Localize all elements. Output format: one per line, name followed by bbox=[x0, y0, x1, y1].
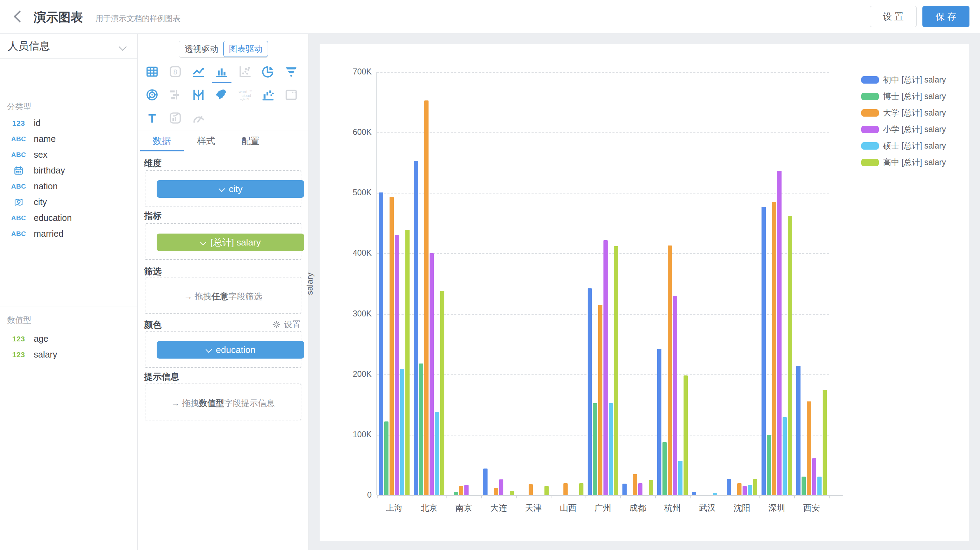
tab-data[interactable]: 数据 bbox=[142, 131, 182, 151]
field-item-city[interactable]: city bbox=[0, 194, 137, 210]
y-tick-label: 200K bbox=[329, 369, 372, 379]
text-field-icon: ABC bbox=[8, 183, 29, 190]
x-category-label: 深圳 bbox=[759, 502, 794, 513]
section-label-category: 分类型 bbox=[7, 101, 31, 112]
legend-item-大学 [总计] salary[interactable]: 大学 [总计] salary bbox=[861, 105, 946, 121]
settings-button[interactable]: 设 置 bbox=[870, 6, 917, 27]
field-item-name[interactable]: ABCname bbox=[0, 131, 137, 147]
page-title: 演示图表 bbox=[34, 9, 83, 25]
field-item-salary[interactable]: 123salary bbox=[0, 347, 137, 362]
field-item-nation[interactable]: ABCnation bbox=[0, 178, 137, 194]
chart-type-radar-chart-icon[interactable] bbox=[140, 83, 164, 107]
bar-山西-大学 [总计] salary bbox=[563, 483, 568, 495]
text-field-icon: ABC bbox=[8, 151, 29, 159]
x-tick-mark bbox=[690, 495, 690, 498]
chart-type-text-widget-icon[interactable]: T bbox=[140, 107, 164, 130]
bar-北京-高中 [总计] salary bbox=[440, 291, 444, 495]
x-tick-mark bbox=[829, 495, 830, 498]
field-item-id[interactable]: 123id bbox=[0, 115, 137, 131]
tab-style[interactable]: 样式 bbox=[186, 131, 227, 151]
x-tick-mark bbox=[516, 495, 517, 498]
measure-dropzone[interactable]: [总计] salary bbox=[145, 223, 301, 260]
field-item-education[interactable]: ABCeducation bbox=[0, 210, 137, 226]
tooltip-drop-hint: → 拖拽数值型字段提示信息 bbox=[145, 397, 301, 409]
bar-深圳-高中 [总计] salary bbox=[788, 216, 792, 495]
bar-西安-博士 [总计] salary bbox=[802, 477, 806, 495]
field-item-age[interactable]: 123age bbox=[0, 331, 137, 347]
color-pill-education[interactable]: education bbox=[157, 341, 304, 359]
bar-上海-初中 [总计] salary bbox=[379, 192, 383, 495]
chart-type-pie-chart-icon[interactable] bbox=[256, 60, 280, 83]
legend-item-初中 [总计] salary[interactable]: 初中 [总计] salary bbox=[861, 72, 946, 88]
field-item-birthday[interactable]: birthday bbox=[0, 163, 137, 178]
bar-沈阳-初中 [总计] salary bbox=[727, 479, 731, 495]
bar-group-天津 bbox=[516, 72, 551, 495]
tab-config[interactable]: 配置 bbox=[230, 131, 271, 151]
section-label-numeric: 数值型 bbox=[7, 315, 31, 326]
tab-chart-driven[interactable]: 图表驱动 bbox=[223, 41, 268, 57]
measure-label: 指标 bbox=[144, 210, 162, 222]
dataset-selector[interactable]: 人员信息 bbox=[0, 34, 137, 59]
field-label: birthday bbox=[34, 165, 65, 176]
x-category-label: 沈阳 bbox=[725, 502, 759, 513]
chart-type-word-cloud-icon: wordcloudagile BIBI bbox=[233, 83, 256, 107]
chart-type-waterfall-chart-icon[interactable] bbox=[256, 83, 280, 107]
dimension-label: 维度 bbox=[144, 157, 162, 169]
bar-group-成都 bbox=[620, 72, 655, 495]
bar-广州-小学 [总计] salary bbox=[603, 240, 608, 495]
tooltip-dropzone[interactable]: → 拖拽数值型字段提示信息 bbox=[145, 383, 301, 420]
save-button[interactable]: 保 存 bbox=[923, 6, 969, 27]
field-sidebar: 人员信息 分类型 123idABCnameABCsexbirthdayABCna… bbox=[0, 34, 138, 550]
bar-北京-初中 [总计] salary bbox=[414, 161, 418, 495]
bar-南京-小学 [总计] salary bbox=[465, 485, 469, 495]
legend-swatch bbox=[861, 109, 879, 117]
chart-type-china-map-icon[interactable] bbox=[210, 83, 233, 107]
measure-pill-salary[interactable]: [总计] salary bbox=[157, 234, 304, 251]
chart-type-kpi-card-icon: 8 bbox=[164, 60, 187, 83]
legend-item-高中 [总计] salary[interactable]: 高中 [总计] salary bbox=[861, 154, 946, 171]
dimension-dropzone[interactable]: city bbox=[145, 170, 301, 207]
field-label: salary bbox=[34, 350, 57, 360]
x-tick-mark bbox=[481, 495, 482, 498]
color-dropzone[interactable]: education bbox=[145, 331, 301, 368]
bar-南京-博士 [总计] salary bbox=[454, 492, 458, 495]
bar-山西-高中 [总计] salary bbox=[579, 483, 584, 495]
chart-type-line-chart-icon[interactable] bbox=[187, 60, 210, 83]
field-item-married[interactable]: ABCmarried bbox=[0, 226, 137, 242]
field-label: city bbox=[34, 197, 47, 207]
bar-上海-大学 [总计] salary bbox=[390, 197, 394, 495]
field-item-sex[interactable]: ABCsex bbox=[0, 147, 137, 163]
bar-北京-硕士 [总计] salary bbox=[435, 412, 439, 495]
legend-item-小学 [总计] salary[interactable]: 小学 [总计] salary bbox=[861, 121, 946, 138]
y-axis-title: salary bbox=[305, 249, 315, 319]
color-label: 颜色 bbox=[144, 319, 162, 331]
bar-杭州-高中 [总计] salary bbox=[684, 375, 688, 495]
legend-swatch bbox=[861, 93, 879, 100]
bar-深圳-大学 [总计] salary bbox=[772, 202, 776, 495]
bar-group-武汉 bbox=[690, 72, 725, 495]
back-button[interactable] bbox=[11, 8, 27, 25]
bar-group-西安 bbox=[794, 72, 829, 495]
chart-type-funnel-chart-icon[interactable] bbox=[280, 60, 303, 83]
chart-type-table-icon[interactable] bbox=[140, 60, 164, 83]
map-location-icon bbox=[8, 197, 29, 208]
x-category-label: 山西 bbox=[551, 502, 585, 513]
bar-北京-大学 [总计] salary bbox=[424, 100, 428, 495]
color-settings-link[interactable]: 设置 bbox=[272, 319, 301, 330]
chart-type-parallel-chart-icon[interactable] bbox=[187, 83, 210, 107]
chart-type-bar-chart-icon[interactable] bbox=[210, 60, 233, 83]
dimension-pill-city[interactable]: city bbox=[157, 180, 304, 198]
legend-swatch bbox=[861, 142, 879, 149]
legend-item-博士 [总计] salary[interactable]: 博士 [总计] salary bbox=[861, 88, 946, 105]
tab-pivot-driven[interactable]: 透视驱动 bbox=[179, 41, 224, 57]
bar-杭州-博士 [总计] salary bbox=[662, 442, 667, 495]
y-tick-label: 300K bbox=[329, 309, 372, 318]
legend-swatch bbox=[861, 76, 879, 84]
chart-type-scatter-chart-icon bbox=[233, 60, 256, 83]
number-field-icon: 123 bbox=[8, 335, 29, 343]
bar-广州-硕士 [总计] salary bbox=[609, 403, 613, 495]
x-tick-mark bbox=[759, 495, 760, 498]
bar-深圳-初中 [总计] salary bbox=[762, 207, 766, 495]
filter-dropzone[interactable]: → 拖拽任意字段筛选 bbox=[145, 277, 301, 314]
legend-item-硕士 [总计] salary[interactable]: 硕士 [总计] salary bbox=[861, 138, 946, 154]
